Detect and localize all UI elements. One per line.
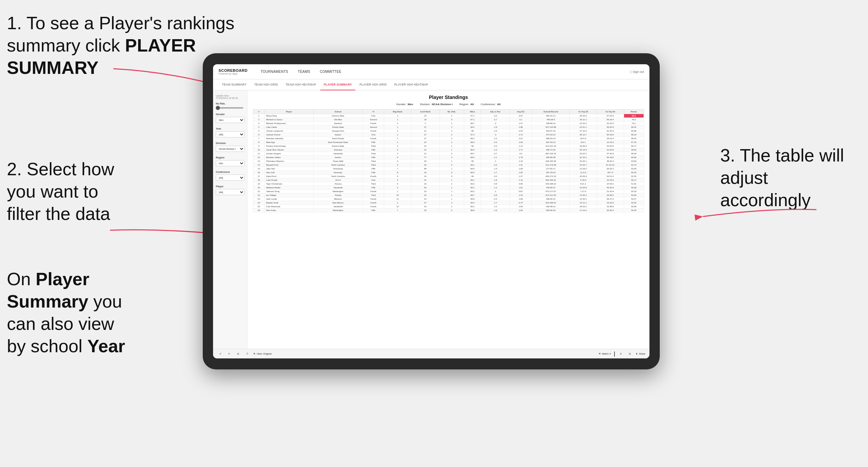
conference-select[interactable]: (All) (216, 175, 245, 181)
year-select[interactable]: (All) First Second Third Fourth Fifth (216, 131, 245, 137)
app-logo-title: SCOREBOARD (219, 68, 247, 73)
cell-vs50: 44-64-6 (597, 144, 624, 148)
tab-team-h2h-grid[interactable]: TEAM H2H GRID (251, 79, 281, 90)
tab-player-h2h-grid[interactable]: PLAYER H2H GRID (356, 79, 390, 90)
cell-reg-rank: 1 (384, 118, 411, 122)
toolbar-undo[interactable]: ↺ (217, 352, 223, 356)
toolbar-clock[interactable]: ⏱ (244, 352, 251, 356)
toolbar-watch-label: Watch (602, 353, 609, 355)
cell-player: Ian Gilligan (265, 193, 313, 197)
table-row: 20 Matthew Riedel Vanderbilt Fifth 3 63 … (253, 186, 644, 190)
cell-avg-sg: 0.87 (510, 190, 532, 193)
col-rank: # (253, 110, 265, 114)
nav-teams[interactable]: TEAMS (293, 64, 315, 79)
cell-wins: 68.3 (464, 171, 481, 175)
filter-conference-label: Conference: (481, 103, 496, 106)
cell-avg-sg: 2.01 (510, 137, 532, 141)
cell-overall: 208-86-13 (532, 122, 570, 125)
cell-reg-rank: 3 (384, 163, 411, 167)
cell-school: Washington (313, 190, 363, 193)
cell-adj: -2.3 (481, 137, 510, 141)
annotation-top-number: 1. (7, 13, 22, 33)
toolbar-view[interactable]: 👁 View: Original (253, 353, 271, 355)
cell-avg-sg: 1.15 (510, 159, 532, 163)
cell-avg-sg: 1.43 (510, 193, 532, 197)
cell-conf-rank: 27 (411, 125, 439, 129)
cell-rank: 12 (253, 156, 265, 159)
cell-avg-sg: 0.74 (510, 201, 532, 205)
cell-yr: Fifth (363, 141, 384, 144)
cell-player: Mats Ege (265, 141, 313, 144)
toolbar-copy[interactable]: ⊞ (235, 352, 241, 356)
gender-select[interactable]: Men Women (216, 117, 245, 123)
division-select[interactable]: NCAA Division I (216, 146, 245, 152)
annotation-bottom-left: On PlayerSummary you can also view by sc… (7, 268, 125, 357)
cell-adj: -1.6 (481, 125, 510, 129)
nav-tournaments[interactable]: TOURNAMENTS (256, 64, 293, 79)
cell-overall: 406-172-16 (532, 175, 570, 178)
cell-conf-rank: 21 (411, 152, 439, 156)
cell-wins: 68.6 (464, 197, 481, 201)
cell-overall: 698-54-13 (532, 137, 570, 141)
toolbar-share[interactable]: ⬆ Share (636, 353, 645, 355)
cell-vs25: 26-23-1 (570, 205, 597, 209)
cell-avg-sg: 1.98 (510, 125, 532, 129)
tab-team-summary[interactable]: TEAM SUMMARY (219, 79, 250, 90)
table-row: 16 Alex Goff Kentucky Fifth 8 19 0 68.3 … (253, 171, 644, 175)
tab-team-h2h-heatmap[interactable]: TEAM H2H HEATMAP (282, 79, 320, 90)
cell-school: Auburn (313, 133, 363, 137)
toolbar-redo[interactable]: ↻ (226, 352, 232, 356)
cell-yr: Third (363, 163, 384, 167)
cell-player: Tiger Christensen (265, 182, 313, 186)
cell-player: Alex Goff (265, 171, 313, 175)
player-select[interactable]: (All) (216, 189, 245, 195)
table-row: 10 Jacob Skov Olesen Arkansas Fifth 3 22… (253, 148, 644, 152)
cell-wins: 68.7 (464, 152, 481, 156)
cell-overall: 514-111-52 (532, 193, 570, 197)
region-section: Region N/A (216, 156, 244, 166)
toolbar-watch[interactable]: 👁 Watch ▾ (599, 353, 611, 355)
cell-player: Jackson Koivun (265, 133, 313, 137)
toolbar-download[interactable]: ⬇ (618, 352, 624, 356)
tab-player-summary[interactable]: PLAYER SUMMARY (320, 79, 355, 90)
cell-player: Gordon Sargent (265, 152, 313, 156)
col-school: School (313, 110, 363, 114)
cell-reg-rank: 5 (384, 182, 411, 186)
cell-player: Phichakun Maichon (265, 159, 313, 163)
table-row: 26 Petr Hruby Washington Fifth 7 25 0 68… (253, 209, 644, 212)
toolbar-grid[interactable]: ⊞ (627, 352, 633, 356)
toolbar-share-label: Share (639, 353, 645, 355)
cell-vs25: 28-12-7 (570, 133, 597, 137)
cell-vs25: 27-10-2 (570, 129, 597, 133)
col-adj: Adj. to Par (481, 110, 510, 114)
annotation-bottom-bold2: Year (87, 336, 125, 356)
cell-no-rds: 0 (439, 152, 464, 156)
cell-wins: 68.5 (464, 167, 481, 171)
cell-conf-rank: 19 (411, 171, 439, 175)
no-rds-slider[interactable] (216, 107, 243, 109)
cell-vs25: 22-25-7 (570, 163, 597, 167)
cell-player: Taehoon Song (265, 190, 313, 193)
col-yr: Yr (363, 110, 384, 114)
table-row: 5 Christo Lamprecht Georgia Tech Fourth … (253, 129, 644, 133)
cell-player: Christo Lamprecht (265, 129, 313, 133)
cell-no-rds: 1 (439, 186, 464, 190)
sign-out-label[interactable]: Sign out (633, 70, 644, 74)
cell-adj: -0.8 (481, 182, 510, 186)
cell-wins: 68.7 (464, 122, 481, 125)
cell-adj: -2.5 (481, 141, 510, 144)
table-row: 6 Jackson Koivun Auburn First 1 27 2 67.… (253, 133, 644, 137)
cell-no-rds: 0 (439, 209, 464, 212)
tab-player-h2h-heatmap[interactable]: PLAYER H2H HEATMAP (391, 79, 432, 90)
cell-overall: 428-150-30 (532, 159, 570, 163)
table-title: Player Standings (253, 94, 644, 100)
annotation-top-line1: To see a Player's rankings (26, 13, 234, 33)
cell-adj: -1.2 (481, 205, 510, 209)
cell-no-rds: 1 (439, 148, 464, 152)
cell-overall: 533-57-16 (532, 129, 570, 133)
cell-conf-rank: 24 (411, 144, 439, 148)
region-select[interactable]: N/A (216, 160, 245, 166)
cell-vs25: 33-11-1 (570, 118, 597, 122)
nav-committee[interactable]: COMMITTEE (315, 64, 346, 79)
cell-points: 73.1 (624, 122, 644, 125)
